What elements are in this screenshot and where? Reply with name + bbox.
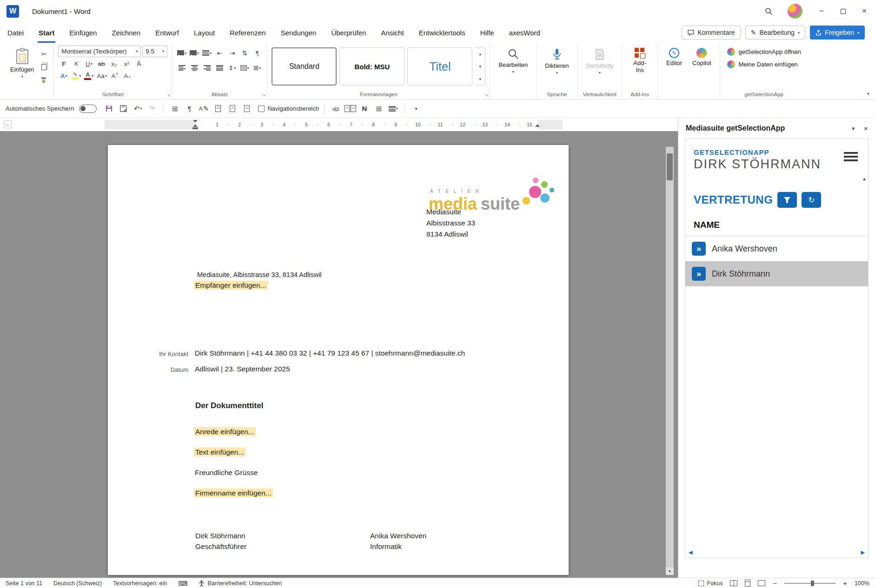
tab-einfuegen[interactable]: Einfügen bbox=[68, 22, 98, 43]
body-placeholder[interactable]: Text einfügen... bbox=[194, 448, 245, 456]
line-spacing-button[interactable]: ⇕▾ bbox=[226, 62, 238, 73]
search-icon[interactable] bbox=[758, 0, 779, 22]
gsa-open-button[interactable]: getSelectionApp öffnen bbox=[724, 46, 804, 58]
first-line-indent-marker[interactable] bbox=[193, 120, 198, 123]
tab-start[interactable]: Start bbox=[38, 22, 55, 43]
keyboard-icon[interactable]: ⌨ bbox=[178, 580, 187, 587]
subscript-button[interactable]: x₂ bbox=[108, 58, 119, 69]
vertretung-row-dirk-selected[interactable]: » Dirk Stöhrmann bbox=[685, 261, 868, 286]
grow-font-button[interactable]: A˄ bbox=[109, 70, 120, 81]
tab-hilfe[interactable]: Hilfe bbox=[479, 22, 495, 43]
tab-layout[interactable]: Layout bbox=[193, 22, 216, 43]
text-effects-button[interactable]: A▾ bbox=[58, 70, 69, 81]
align-right-button[interactable] bbox=[201, 62, 212, 73]
text-highlight-button[interactable]: ✎ ▾ bbox=[71, 70, 82, 81]
dialog-launcher-icon[interactable]: ↘ bbox=[485, 92, 489, 97]
right-indent-marker[interactable] bbox=[535, 124, 540, 127]
style-bold-msu[interactable]: Bold: MSU bbox=[339, 47, 404, 86]
formatting-off-button[interactable]: N bbox=[358, 103, 371, 115]
sensitivity-button[interactable]: Sensitivity ▾ bbox=[582, 46, 618, 77]
increase-indent-button[interactable]: ⇥ bbox=[226, 47, 238, 59]
read-mode-button[interactable] bbox=[730, 580, 737, 586]
share-button[interactable]: Freigeben ▾ bbox=[810, 26, 865, 40]
web-layout-view-button[interactable] bbox=[758, 580, 765, 586]
tab-stop-selector[interactable]: ∟ bbox=[4, 120, 12, 128]
save-as-button[interactable] bbox=[117, 103, 129, 115]
accessibility-status[interactable]: Barrierefreiheit: Untersuchen bbox=[199, 580, 282, 587]
gsa-insert-data-button[interactable]: Meine Daten einfügen bbox=[724, 58, 801, 71]
tab-axesword[interactable]: axesWord bbox=[508, 22, 541, 43]
tab-datei[interactable]: Datei bbox=[7, 22, 25, 43]
user-avatar[interactable] bbox=[788, 4, 802, 19]
document-page[interactable]: A T E L I E R media suite Mediasuite Alb… bbox=[108, 145, 569, 575]
bold-button[interactable]: F bbox=[58, 58, 69, 69]
table-button[interactable]: ⊞ bbox=[373, 103, 385, 115]
document-scrollbar[interactable]: ▾ bbox=[666, 147, 674, 575]
paste-button[interactable]: Einfügen ▾ bbox=[6, 46, 38, 81]
italic-button[interactable]: K bbox=[71, 58, 82, 69]
redo-button[interactable]: ↷ bbox=[146, 103, 158, 115]
copilot-button[interactable]: Copilot bbox=[688, 46, 715, 69]
page-indicator[interactable]: Seite 1 von 11 bbox=[6, 580, 42, 587]
zoom-slider-thumb[interactable] bbox=[811, 581, 814, 586]
borders-button[interactable]: ⊞▾ bbox=[252, 62, 263, 73]
style-standard[interactable]: Standard bbox=[272, 47, 337, 86]
strikethrough-button[interactable]: ab bbox=[96, 58, 107, 69]
tab-ueberpruefen[interactable]: Überprüfen bbox=[330, 22, 367, 43]
shrink-font-button[interactable]: A˅ bbox=[122, 70, 133, 81]
zoom-out-button[interactable]: − bbox=[773, 579, 777, 587]
decrease-indent-button[interactable]: ⇤ bbox=[214, 47, 225, 59]
pane-close-icon[interactable]: × bbox=[864, 125, 868, 132]
show-paragraph-marks-button[interactable]: ¶ bbox=[252, 47, 263, 59]
recipient-placeholder[interactable]: Empfänger einfügen... bbox=[194, 281, 268, 290]
dialog-launcher-icon[interactable]: ↘ bbox=[262, 92, 266, 97]
zoom-slider[interactable] bbox=[784, 583, 835, 584]
dialog-launcher-icon[interactable]: ↘ bbox=[167, 92, 171, 97]
style-titel[interactable]: Titel bbox=[407, 47, 472, 86]
tab-entwicklertools[interactable]: Entwicklertools bbox=[418, 22, 466, 43]
minimize-button[interactable]: − bbox=[811, 0, 832, 22]
justify-button[interactable] bbox=[214, 62, 225, 73]
scroll-down-arrow[interactable]: ▾ bbox=[666, 568, 674, 575]
bullet-list-button[interactable]: ▾ bbox=[176, 47, 187, 59]
collapse-ribbon-icon[interactable]: ▾ bbox=[867, 91, 869, 96]
horizontal-ruler[interactable]: 1 2 3 4 5 6 7 8 9 10 11 12 13 14 15 bbox=[105, 120, 563, 129]
editing-menu-button[interactable]: Bearbeiten ▾ bbox=[494, 46, 532, 76]
font-color-button[interactable]: A ▾ bbox=[83, 70, 94, 81]
copy-button[interactable] bbox=[38, 61, 49, 73]
pane-scroll-right-icon[interactable]: ▶ bbox=[861, 549, 865, 555]
align-center-button[interactable] bbox=[189, 62, 200, 73]
company-placeholder[interactable]: Firmenname einfügen... bbox=[194, 489, 273, 497]
clear-formatting-button[interactable]: A⁄ bbox=[133, 58, 145, 69]
zoom-in-button[interactable]: + bbox=[843, 579, 847, 587]
shading-button[interactable]: ▾ bbox=[239, 62, 250, 73]
numbered-list-button[interactable]: ▾ bbox=[189, 47, 200, 59]
sort-button[interactable]: ⇅ bbox=[239, 47, 250, 59]
salutation-placeholder[interactable]: Anrede einfügen... bbox=[194, 428, 256, 436]
style-inspector-button[interactable]: A✎ bbox=[198, 103, 210, 115]
document-title[interactable]: Der Dokumenttitel bbox=[195, 401, 263, 410]
outline-view-button[interactable] bbox=[226, 103, 239, 115]
editor-button[interactable]: ✎ Editor bbox=[662, 46, 686, 69]
print-layout-view-button[interactable] bbox=[745, 580, 750, 587]
comments-button[interactable]: Kommentare bbox=[682, 26, 741, 40]
align-left-button[interactable] bbox=[176, 62, 187, 73]
tab-ansicht[interactable]: Ansicht bbox=[380, 22, 404, 43]
cut-button[interactable]: ✂ bbox=[38, 48, 49, 59]
print-layout-button[interactable] bbox=[241, 103, 253, 115]
bookmark-button[interactable]: ab̲l bbox=[330, 103, 342, 115]
vertretung-row-anika[interactable]: » Anika Wershoven bbox=[685, 236, 868, 261]
close-button[interactable]: × bbox=[854, 0, 875, 22]
filter-button[interactable] bbox=[777, 192, 797, 208]
pane-options-chevron-icon[interactable]: ▾ bbox=[852, 125, 855, 132]
hanging-indent-marker[interactable] bbox=[193, 124, 198, 127]
zoom-level[interactable]: 100% bbox=[855, 580, 869, 587]
superscript-button[interactable]: x² bbox=[121, 58, 132, 69]
list-styles-button[interactable]: ▾ bbox=[387, 103, 399, 115]
tab-referenzen[interactable]: Referenzen bbox=[229, 22, 267, 43]
tab-entwurf[interactable]: Entwurf bbox=[154, 22, 180, 43]
format-painter-button[interactable] bbox=[38, 74, 49, 86]
left-indent-marker[interactable] bbox=[192, 127, 198, 129]
save-button[interactable] bbox=[103, 103, 115, 115]
editing-mode-dropdown[interactable]: ✎ Bearbeitung ▾ bbox=[745, 26, 805, 40]
